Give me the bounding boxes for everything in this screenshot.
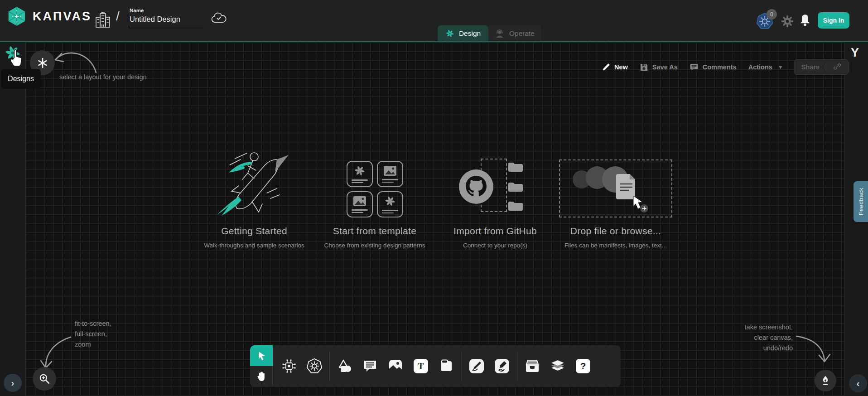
pen-arrow-icon (469, 358, 484, 374)
design-name-label: Name (130, 8, 203, 13)
pointer-tools-column (250, 345, 273, 387)
template-tile-image-icon (377, 161, 403, 187)
card-getting-started[interactable]: Getting Started Walk-throughs and sample… (198, 149, 311, 249)
operate-headset-icon (495, 29, 505, 39)
help-tool-button[interactable]: ? (570, 345, 596, 387)
template-tile-pinwheel-icon (377, 191, 403, 217)
card-subtitle: Files can be manifests, images, text... (559, 242, 672, 249)
fountain-pen-icon (820, 375, 831, 386)
component-tool-button[interactable] (276, 345, 302, 387)
caret-down-icon: ▾ (779, 64, 782, 70)
new-label: New (614, 63, 628, 71)
image-tool-button[interactable] (383, 345, 408, 387)
canvas-actions-toolbar: New Save As Comments Actions ▾ (602, 59, 849, 75)
kubernetes-tool-button[interactable] (302, 345, 327, 387)
magnifier-plus-icon (39, 373, 50, 385)
pencil-scribble-icon (494, 358, 510, 374)
cursor-select-icon (256, 350, 267, 361)
annotate-pen-button[interactable] (815, 370, 836, 391)
kanvas-app: KAΠVAS / Name (0, 0, 868, 396)
shapes-icon (337, 358, 352, 374)
tab-design-label: Design (459, 29, 481, 38)
toolbar-divider (517, 351, 517, 381)
actions-dropdown[interactable]: Actions ▾ (748, 63, 782, 71)
toolbar-divider (461, 351, 462, 381)
zoom-hint-text: fit-to-screen, full-screen, zoom (75, 319, 111, 350)
share-button[interactable]: Share (794, 59, 849, 75)
card-title: Getting Started (198, 226, 311, 237)
pan-tool-button[interactable] (250, 366, 273, 387)
comment-icon (690, 63, 699, 72)
breadcrumb-separator: / (116, 9, 120, 24)
share-label: Share (801, 63, 820, 71)
sticky-note-icon (439, 359, 453, 373)
card-title: Drop file or browse... (559, 226, 672, 237)
bottom-toolbar: T (250, 345, 621, 387)
share-link-icon (833, 63, 841, 71)
github-folders-icon (508, 161, 523, 212)
new-button[interactable]: New (602, 63, 628, 72)
shapes-tool-button[interactable] (332, 345, 357, 387)
layout-asterisk-icon (37, 57, 48, 69)
note-tool-button[interactable] (434, 345, 459, 387)
notifications-bell-icon[interactable] (799, 14, 811, 27)
comment-tool-button[interactable] (357, 345, 383, 387)
tab-operate-label: Operate (509, 29, 535, 38)
cursor-hand-icon (8, 48, 24, 71)
chevron-right-icon: › (11, 377, 14, 388)
empty-state-cards: Getting Started Walk-throughs and sample… (198, 149, 672, 249)
image-icon (388, 359, 403, 373)
feedback-tab[interactable]: Feedback (854, 181, 868, 222)
github-octocat-icon (458, 169, 494, 205)
design-name-group: Name (130, 8, 203, 27)
drawer-tool-button[interactable] (520, 345, 545, 387)
kubernetes-context-badge: 0 (767, 9, 777, 19)
sign-in-button[interactable]: Sign In (818, 12, 849, 29)
card-start-from-template[interactable]: Start from template Choose from existing… (318, 149, 431, 249)
tab-design[interactable]: Design (438, 25, 488, 41)
screenshot-hint-text: take screenshot, clear canvas, undo/redo (707, 322, 793, 353)
drawer-icon (525, 359, 540, 373)
comments-label: Comments (703, 63, 737, 71)
card-title: Start from template (318, 226, 431, 237)
template-tile-pinwheel-icon (347, 161, 373, 187)
left-rail: › (0, 42, 26, 396)
screenshot-hint-arrow (794, 332, 834, 368)
y-tool-icon[interactable]: Y (851, 46, 859, 60)
component-chip-icon (281, 358, 297, 374)
layers-tool-button[interactable] (545, 345, 570, 387)
collapse-right-panel-button[interactable]: ‹ (849, 374, 867, 392)
design-name-input[interactable] (130, 14, 203, 27)
pencil-new-icon (602, 63, 610, 72)
card-subtitle: Walk-throughs and sample scenarios (198, 242, 311, 249)
organization-icon[interactable] (94, 11, 111, 30)
brand: KAΠVAS (6, 6, 92, 27)
drop-file-icon (560, 160, 671, 217)
card-subtitle: Choose from existing design patterns (318, 242, 431, 249)
comments-button[interactable]: Comments (690, 63, 737, 72)
feedback-label: Feedback (858, 188, 864, 215)
drop-zone-dashed-frame[interactable] (559, 159, 672, 217)
edge-pen-tool-button[interactable] (464, 345, 489, 387)
expand-left-panel-button[interactable]: › (4, 374, 22, 392)
tab-operate[interactable]: Operate (488, 25, 541, 41)
mode-tabs: Design Operate (438, 25, 541, 41)
settings-gear-icon[interactable] (781, 14, 794, 28)
share-divider (826, 63, 826, 71)
text-tool-button[interactable]: T (408, 345, 434, 387)
toolbar-divider (329, 351, 330, 381)
github-graphic (439, 149, 552, 217)
question-mark-icon: ? (576, 359, 590, 373)
card-import-from-github[interactable]: Import from GitHub Connect to your repo(… (439, 149, 552, 249)
cloud-sync-icon[interactable] (211, 12, 227, 24)
hand-pan-icon (256, 371, 267, 382)
select-tool-button[interactable] (250, 345, 273, 366)
design-pinwheel-icon (445, 29, 454, 38)
save-as-button[interactable]: Save As (640, 63, 678, 72)
template-graphic (318, 149, 431, 217)
sketch-pencil-tool-button[interactable] (489, 345, 515, 387)
zoom-button[interactable] (33, 367, 56, 391)
template-tiles (347, 161, 403, 217)
card-drop-file[interactable]: Drop file or browse... Files can be mani… (559, 149, 672, 249)
brand-name: KAΠVAS (33, 10, 92, 24)
